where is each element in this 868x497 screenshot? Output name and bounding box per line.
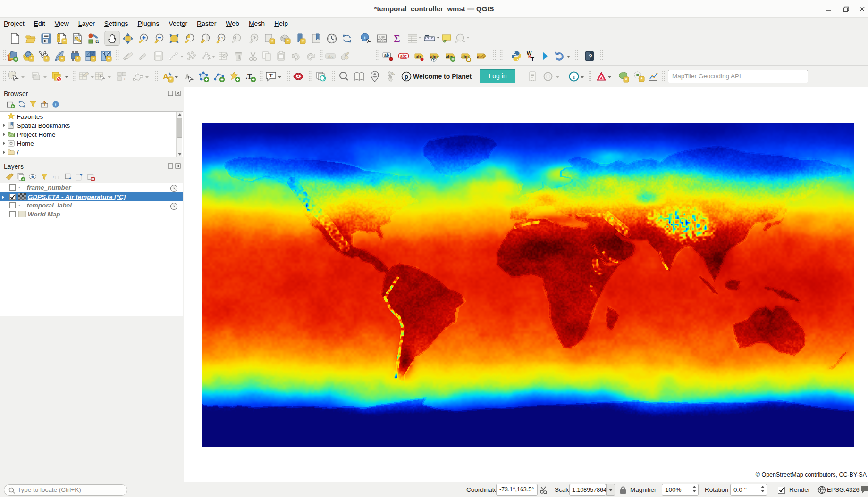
svg-text:*: * [640, 76, 643, 83]
svg-text:abc: abc [400, 54, 407, 58]
svg-text:*: * [92, 56, 94, 63]
svg-text:abc: abc [461, 54, 469, 59]
svg-text:*: * [63, 38, 66, 45]
svg-text:ε: ε [124, 76, 126, 81]
svg-text:T: T [269, 73, 273, 78]
svg-text:ab: ab [416, 54, 421, 59]
svg-text:abc: abc [328, 54, 334, 58]
svg-text:*: * [61, 56, 63, 63]
svg-text:*: * [271, 38, 273, 45]
svg-text:a: a [95, 37, 99, 44]
svg-text:*: * [108, 56, 110, 63]
svg-text:A: A [163, 73, 169, 81]
svg-text:abc: abc [430, 54, 438, 59]
svg-text:*: * [30, 56, 33, 63]
svg-text:*: * [625, 76, 627, 83]
svg-text:i: i [364, 34, 365, 40]
svg-text:*: * [76, 56, 79, 63]
svg-text:*: * [169, 76, 172, 83]
svg-text:*: * [302, 38, 304, 45]
svg-text:1:1: 1:1 [219, 36, 224, 40]
svg-text:*: * [287, 38, 289, 45]
svg-text:?: ? [589, 53, 592, 60]
svg-text:p: p [405, 73, 408, 80]
svg-text:T: T [531, 56, 534, 62]
svg-text:i: i [573, 73, 575, 80]
svg-text:*: * [45, 56, 48, 63]
svg-text:Σ: Σ [394, 33, 400, 44]
svg-text:ab: ab [384, 53, 389, 58]
svg-text:ε: ε [53, 174, 55, 179]
